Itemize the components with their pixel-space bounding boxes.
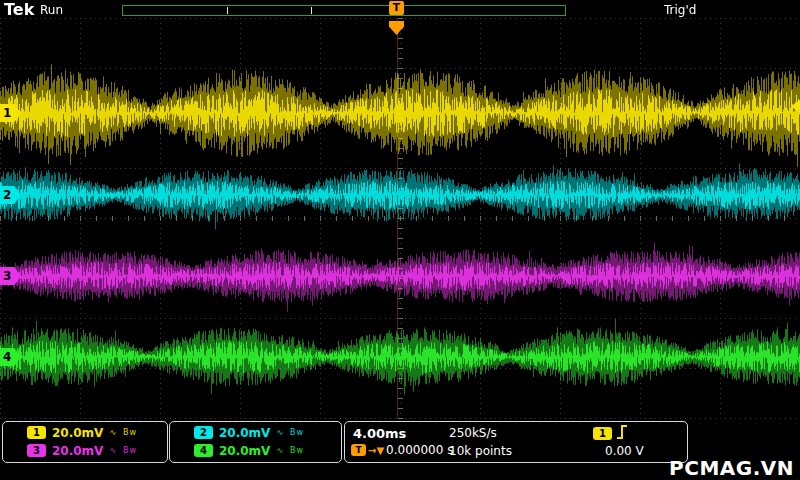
acquisition-status: Run — [40, 3, 63, 17]
channel-3-readout: 3 20.0mV ∿ Bw — [3, 441, 167, 460]
channel-3-bandwidth-icon: Bw — [123, 446, 137, 455]
acquisition-preview-bar — [122, 5, 566, 16]
sample-rate: 250kS/s — [449, 426, 497, 440]
trigger-source-badge: 1 — [593, 427, 612, 440]
channel-4-coupling-icon: ∿ — [276, 446, 284, 455]
trigger-position-readout: T →▼ 0.000000 s — [351, 443, 453, 457]
trigger-position-arrows-icon: →▼ — [368, 445, 384, 456]
channel-4-scale: 20.0mV — [219, 444, 270, 458]
channel-4-badge: 4 — [194, 444, 213, 457]
trigger-t-badge: T — [351, 444, 366, 456]
trigger-position-label: T — [389, 1, 404, 15]
channel-1-badge: 1 — [27, 426, 46, 439]
watermark: PCMAG.VN — [669, 456, 794, 480]
channel-1-readout: 1 20.0mV ∿ Bw — [3, 423, 167, 442]
channel-2-scale: 20.0mV — [219, 426, 270, 440]
channel-2-coupling-icon: ∿ — [276, 428, 284, 437]
channel-1-3-readout-box: 1 20.0mV ∿ Bw 3 20.0mV ∿ Bw — [2, 421, 168, 463]
tek-logo: Tek — [4, 0, 34, 19]
record-length: 10k points — [449, 444, 512, 458]
channel-4-bandwidth-icon: Bw — [290, 446, 304, 455]
channel-2-readout: 2 20.0mV ∿ Bw — [170, 423, 341, 442]
timing-trigger-readout-box: 4.00ms 250kS/s 1 T →▼ 0.000000 s 10k poi… — [344, 421, 688, 463]
channel-3-coupling-icon: ∿ — [109, 446, 117, 455]
channel-1-coupling-icon: ∿ — [109, 428, 117, 437]
trigger-position-value: 0.000000 s — [386, 443, 453, 457]
channel-1-bandwidth-icon: Bw — [123, 428, 137, 437]
channel-3-scale: 20.0mV — [52, 444, 103, 458]
trigger-source: 1 — [593, 425, 628, 442]
oscilloscope-screen: Tek Run Trig'd T 1 2 3 4 1 20.0mV ∿ Bw 3… — [0, 0, 800, 480]
channel-2-4-readout-box: 2 20.0mV ∿ Bw 4 20.0mV ∿ Bw — [169, 421, 342, 463]
waveform-display — [0, 0, 800, 480]
window-bracket-right — [311, 7, 312, 14]
horizontal-scale: 4.00ms — [353, 426, 406, 441]
channel-2-bandwidth-icon: Bw — [290, 428, 304, 437]
channel-1-scale: 20.0mV — [52, 426, 103, 440]
channel-4-readout: 4 20.0mV ∿ Bw — [170, 441, 341, 460]
channel-3-badge: 3 — [27, 444, 46, 457]
trigger-level-value: 0.00 V — [605, 444, 644, 458]
trigger-status: Trig'd — [664, 3, 696, 17]
channel-2-badge: 2 — [194, 426, 213, 439]
trigger-slope-icon — [616, 425, 628, 442]
readout-bar: 1 20.0mV ∿ Bw 3 20.0mV ∿ Bw 2 20.0mV ∿ B… — [0, 420, 800, 480]
window-bracket-left — [227, 7, 228, 14]
